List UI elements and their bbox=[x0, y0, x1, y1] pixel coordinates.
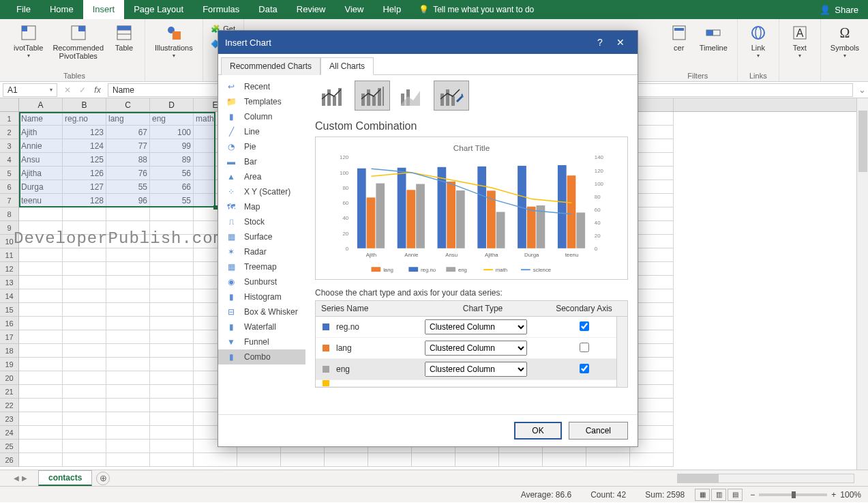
cell[interactable]: Ajitha bbox=[19, 167, 63, 180]
row-header[interactable]: 19 bbox=[0, 358, 19, 371]
symbols-button[interactable]: Ω Symbols ▾ bbox=[828, 22, 862, 61]
chart-type-histogram[interactable]: ▮Histogram bbox=[218, 289, 305, 304]
chart-type-radar[interactable]: ✶Radar bbox=[218, 244, 305, 259]
series-chart-type-select[interactable]: Clustered Column bbox=[425, 341, 527, 356]
combo-subtype-3[interactable] bbox=[394, 81, 430, 111]
cell[interactable] bbox=[19, 412, 63, 426]
cell[interactable] bbox=[63, 262, 106, 276]
row-header[interactable]: 6 bbox=[0, 180, 19, 194]
fx-button[interactable]: fx bbox=[90, 85, 105, 95]
series-chart-type-select[interactable]: Clustered Column bbox=[425, 319, 527, 334]
row-header[interactable]: 13 bbox=[0, 276, 19, 289]
cell[interactable] bbox=[19, 262, 63, 276]
cell[interactable] bbox=[19, 207, 63, 221]
chart-type-stock[interactable]: ⎍Stock bbox=[218, 214, 305, 229]
chart-type-treemap[interactable]: ▦Treemap bbox=[218, 259, 305, 274]
series-row[interactable]: langClustered Column bbox=[316, 338, 627, 359]
cell[interactable]: 89 bbox=[150, 153, 194, 167]
row-header[interactable]: 2 bbox=[0, 126, 19, 139]
cell[interactable]: 76 bbox=[106, 167, 150, 180]
row-header[interactable]: 12 bbox=[0, 262, 19, 276]
chart-type-combo[interactable]: ▮Combo bbox=[218, 349, 305, 364]
cell[interactable] bbox=[106, 371, 150, 385]
cell[interactable] bbox=[150, 330, 194, 344]
row-header[interactable]: 24 bbox=[0, 426, 19, 440]
cell[interactable] bbox=[150, 262, 194, 276]
cell[interactable] bbox=[106, 207, 150, 221]
tab-formulas[interactable]: Formulas bbox=[193, 0, 249, 19]
cell[interactable] bbox=[106, 426, 150, 440]
row-header[interactable]: 15 bbox=[0, 303, 19, 317]
chart-type-line[interactable]: ╱Line bbox=[218, 124, 305, 139]
cell[interactable] bbox=[499, 453, 543, 467]
chart-type-surface[interactable]: ▦Surface bbox=[218, 229, 305, 244]
cell[interactable]: 77 bbox=[106, 139, 150, 153]
row-header[interactable]: 22 bbox=[0, 399, 19, 412]
row-header[interactable]: 23 bbox=[0, 412, 19, 426]
cell[interactable] bbox=[63, 385, 106, 399]
enter-formula-button[interactable]: ✓ bbox=[75, 85, 90, 95]
column-header[interactable]: C bbox=[106, 98, 150, 111]
zoom-slider[interactable] bbox=[759, 493, 827, 496]
cell[interactable] bbox=[106, 344, 150, 358]
horizontal-scrollbar[interactable] bbox=[114, 474, 868, 483]
cell[interactable] bbox=[63, 248, 106, 262]
close-button[interactable]: ✕ bbox=[610, 37, 631, 48]
cell[interactable] bbox=[150, 303, 194, 317]
cell[interactable] bbox=[19, 371, 63, 385]
tab-review[interactable]: Review bbox=[287, 0, 335, 19]
row-header[interactable]: 14 bbox=[0, 289, 19, 303]
cell[interactable] bbox=[150, 207, 194, 221]
chart-type-area[interactable]: ▲Area bbox=[218, 169, 305, 184]
cancel-formula-button[interactable]: ✕ bbox=[60, 85, 75, 95]
cell[interactable]: 127 bbox=[63, 180, 106, 194]
cell[interactable] bbox=[63, 289, 106, 303]
row-header[interactable]: 16 bbox=[0, 317, 19, 330]
zoom-in-button[interactable]: + bbox=[831, 490, 836, 500]
link-button[interactable]: Link ▾ bbox=[745, 22, 772, 61]
cell[interactable]: 99 bbox=[150, 139, 194, 153]
tab-insert[interactable]: Insert bbox=[83, 0, 125, 19]
table-button[interactable]: Table bbox=[110, 22, 138, 53]
cell[interactable] bbox=[150, 453, 194, 467]
series-scrollbar[interactable] bbox=[616, 317, 627, 387]
row-header[interactable]: 4 bbox=[0, 153, 19, 167]
tab-all-charts[interactable]: All Charts bbox=[320, 57, 374, 75]
cell[interactable] bbox=[19, 358, 63, 371]
cancel-button[interactable]: Cancel bbox=[569, 422, 628, 440]
cell[interactable] bbox=[63, 426, 106, 440]
cell[interactable]: 88 bbox=[106, 153, 150, 167]
tab-view[interactable]: View bbox=[335, 0, 373, 19]
cell[interactable] bbox=[19, 330, 63, 344]
row-header[interactable]: 1 bbox=[0, 112, 19, 126]
cell[interactable]: lang bbox=[106, 112, 150, 126]
dialog-titlebar[interactable]: Insert Chart ? ✕ bbox=[218, 31, 638, 54]
cell[interactable] bbox=[19, 248, 63, 262]
secondary-axis-checkbox[interactable] bbox=[580, 321, 589, 331]
cell[interactable] bbox=[63, 330, 106, 344]
cell[interactable]: teenu bbox=[19, 194, 63, 207]
cell[interactable] bbox=[543, 453, 586, 467]
cell[interactable] bbox=[19, 440, 63, 453]
row-header[interactable]: 11 bbox=[0, 248, 19, 262]
cell[interactable] bbox=[412, 453, 455, 467]
recommended-pivot-button[interactable]: Recommended PivotTables bbox=[50, 22, 106, 61]
chart-type-recent[interactable]: ↩Recent bbox=[218, 79, 305, 94]
cell[interactable] bbox=[150, 276, 194, 289]
row-header[interactable]: 20 bbox=[0, 371, 19, 385]
series-chart-type-select[interactable]: Clustered Column bbox=[425, 362, 527, 377]
cell[interactable]: 66 bbox=[150, 180, 194, 194]
cell[interactable] bbox=[237, 453, 281, 467]
cell[interactable] bbox=[106, 248, 150, 262]
cell[interactable] bbox=[106, 289, 150, 303]
cell[interactable] bbox=[150, 440, 194, 453]
cell[interactable]: Ansu bbox=[19, 153, 63, 167]
cell[interactable] bbox=[150, 317, 194, 330]
cell[interactable]: Name bbox=[19, 112, 63, 126]
cell[interactable]: Ajith bbox=[19, 126, 63, 139]
chart-type-box-whisker[interactable]: ⊟Box & Whisker bbox=[218, 304, 305, 319]
cell[interactable] bbox=[150, 371, 194, 385]
row-header[interactable]: 25 bbox=[0, 440, 19, 453]
view-pagebreak-button[interactable]: ▤ bbox=[728, 489, 743, 501]
cell[interactable] bbox=[63, 440, 106, 453]
